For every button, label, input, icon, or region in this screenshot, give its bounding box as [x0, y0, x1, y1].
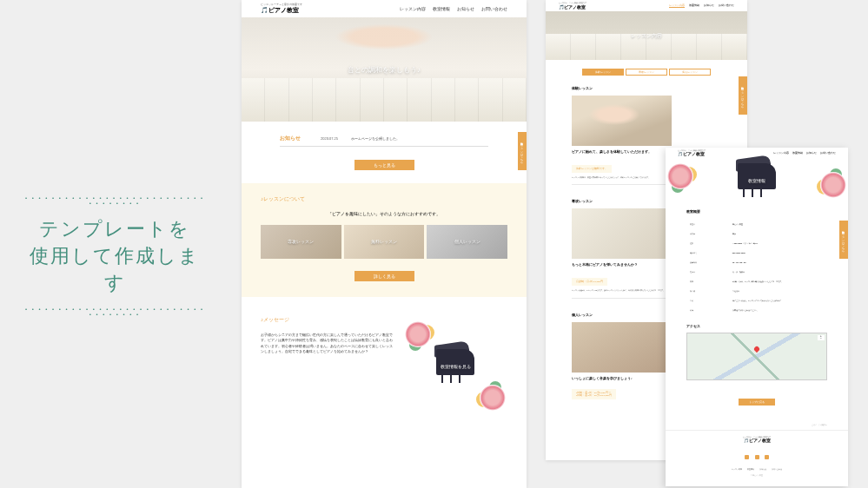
- access-map[interactable]: +−: [686, 333, 827, 380]
- apply-row: トップに戻る: [686, 391, 827, 406]
- page-top-link[interactable]: このページの先頭へ: [666, 424, 848, 431]
- nav-lesson[interactable]: レッスン内容: [669, 3, 685, 8]
- lesson-detail-button[interactable]: 詳しく見る: [354, 271, 414, 281]
- table-row: 代表者音 奈: [688, 230, 825, 238]
- social-icon[interactable]: [755, 455, 759, 459]
- caption-line2: 使用して作成します: [23, 243, 206, 297]
- back-to-top-button[interactable]: トップに戻る: [739, 399, 775, 406]
- logo-main: 🎵ピアノ教室: [261, 6, 302, 15]
- classroom-body: 教室概要 教室名音ピアノ教室代表者音 奈住所〒000-0000 ○○県○○市○○…: [666, 203, 848, 424]
- lesson-card-3[interactable]: 個人レッスン: [427, 225, 507, 259]
- lesson-cards: 専攻レッスン 無料レッスン 個人レッスン: [261, 225, 507, 259]
- nav-news[interactable]: お知らせ: [457, 7, 474, 11]
- hero-image: 教室情報: [666, 158, 848, 203]
- piano-keys-graphic: [242, 78, 527, 122]
- page-title: レッスン内容: [631, 32, 662, 40]
- lesson-card-1[interactable]: 専攻レッスン: [261, 225, 341, 259]
- tab-personal[interactable]: 個人レッスン: [669, 69, 711, 76]
- table-row: 教室名音ピアノ教室: [688, 221, 825, 228]
- section-title: 体験レッスン: [572, 86, 721, 90]
- tab-trial[interactable]: 体験レッスン: [582, 69, 624, 76]
- site-logo[interactable]: ピッコラルーチェと音楽の教室です 🎵ピアノ教室: [559, 2, 586, 10]
- news-row[interactable]: お知らせ 2023.07.25 ホームページを公開しました。: [280, 135, 488, 147]
- table-row: 持ち物筆記用具: [688, 287, 825, 295]
- major-image: [572, 208, 672, 259]
- table-row: 定休日火・水・祝祭日: [688, 268, 825, 276]
- footer-logo: ピッコラルーチェと音楽の教室です 🎵ピアノ教室: [666, 431, 848, 445]
- news-date: 2023.07.25: [321, 136, 338, 141]
- site-logo[interactable]: ピッコラルーチェと音楽の教室です 🎵ピアノ教室: [261, 3, 302, 15]
- nav-class[interactable]: 教室情報: [689, 3, 699, 8]
- major-fee: 月謝制：月4回/13,200円: [572, 278, 607, 286]
- lesson-section: ♪レッスンについて 「ピアノを趣味にしたい」そのような方におすすめです。 専攻レ…: [242, 183, 527, 297]
- nav-lesson[interactable]: レッスン内容: [773, 152, 789, 155]
- trial-fee: 体験レッスンは無料です。: [572, 165, 612, 173]
- copyright: © 音ピアノ教室: [666, 474, 848, 480]
- table-row: 内容1回制：月1回、レッスン料を毎月お支払いいただくコースです。: [688, 278, 825, 286]
- nav-news[interactable]: お知らせ: [704, 3, 714, 8]
- header: ピッコラルーチェと音楽の教室です 🎵ピアノ教室 レッスン内容 教室情報 お知らせ…: [242, 0, 527, 17]
- news-text: ホームページを公開しました。: [351, 136, 400, 141]
- site-logo[interactable]: ピッコラルーチェと音楽の教室です 🎵ピアノ教室: [678, 149, 706, 156]
- main-nav: レッスン内容 教室情報 お知らせ お問い合わせ: [669, 3, 734, 8]
- footer-nav-item[interactable]: レッスン内容: [732, 468, 742, 471]
- dot-border-top: • • • • • • • • • • • • • • • • • • • • …: [23, 195, 206, 206]
- social-icon[interactable]: [765, 455, 769, 459]
- nav-contact[interactable]: お問い合わせ: [481, 7, 507, 11]
- footer-nav-item[interactable]: お問い合わせ: [772, 468, 782, 471]
- preview-homepage: ピッコラルーチェと音楽の教室です 🎵ピアノ教室 レッスン内容 教室情報 お知らせ…: [242, 0, 527, 488]
- footer-nav-item[interactable]: お知らせ: [759, 468, 766, 471]
- logo-main: 🎵ピアノ教室: [666, 439, 848, 443]
- overview-table: 教室名音ピアノ教室代表者音 奈住所〒000-0000 ○○県○○市○○町0-0電…: [686, 219, 827, 316]
- side-cta-tab[interactable]: 無料体験レッスンはこちら: [739, 76, 747, 115]
- nav-lesson[interactable]: レッスン内容: [400, 7, 426, 11]
- lesson-title: ♪レッスンについて: [261, 195, 507, 203]
- news-label: お知らせ: [280, 135, 301, 142]
- table-row: 営業時間10：00〜20：00: [688, 259, 825, 267]
- social-icon[interactable]: [745, 455, 749, 459]
- nav-news[interactable]: お知らせ: [806, 152, 817, 155]
- message-image[interactable]: 教室情報を見る: [403, 316, 507, 416]
- header: ピッコラルーチェと音楽の教室です 🎵ピアノ教室 レッスン内容 教室情報 お知らせ…: [546, 0, 747, 11]
- nav-class[interactable]: 教室情報: [433, 7, 450, 11]
- personal-image: [572, 322, 672, 373]
- dot-border-bottom: • • • • • • • • • • • • • • • • • • • • …: [23, 307, 206, 317]
- map-zoom-controls[interactable]: +−: [818, 335, 825, 340]
- news-section: お知らせ 2023.07.25 ホームページを公開しました。 もっと見る: [242, 122, 527, 183]
- piano-hands-graphic: [327, 22, 441, 52]
- message-image-overlay: 教室情報を見る: [441, 364, 471, 369]
- note-icon: 🎵: [261, 7, 268, 13]
- overview-title: 教室概要: [686, 210, 827, 214]
- table-row: 住所〒000-0000 ○○県○○市○○町0-0: [688, 240, 825, 247]
- hero-image: 音との調和を楽しもう♪: [242, 17, 527, 122]
- template-caption: • • • • • • • • • • • • • • • • • • • • …: [23, 195, 206, 317]
- message-section: ♪メッセージ お子様からシニアの方まで幅広い世代の方に楽しんで通っていただけるピ…: [242, 297, 527, 435]
- nav-class[interactable]: 教室情報: [792, 152, 803, 155]
- lesson-tagline: 「ピアノを趣味にしたい」そのような方におすすめです。: [261, 212, 507, 216]
- access-title: アクセス: [686, 325, 827, 328]
- preview-classroom-page: ピッコラルーチェと音楽の教室です 🎵ピアノ教室 レッスン内容 教室情報 お知らせ…: [666, 148, 848, 486]
- message-text-col: ♪メッセージ お子様からシニアの方まで幅広い世代の方に楽しんで通っていただけるピ…: [261, 316, 394, 355]
- social-icons: [666, 445, 848, 465]
- table-row: 備考お気軽にお問い合わせください。: [688, 307, 825, 314]
- table-row: 電話番号000-0000-0000: [688, 249, 825, 257]
- footer-nav-item[interactable]: 教室情報: [747, 468, 754, 471]
- lesson-card-2[interactable]: 無料レッスン: [344, 225, 425, 259]
- nav-contact[interactable]: お問い合わせ: [820, 152, 836, 155]
- caption-line1: テンプレートを: [23, 216, 206, 243]
- nav-contact[interactable]: お問い合わせ: [719, 3, 734, 8]
- side-cta-tab[interactable]: 無料体験レッスンはこちら: [518, 132, 527, 170]
- hero-image: レッスン内容: [546, 11, 747, 60]
- news-more-button[interactable]: もっと見る: [354, 160, 414, 170]
- tab-major[interactable]: 専攻レッスン: [626, 69, 667, 76]
- personal-fee1: 1回制：週1回・30分/6,600円〜 1回制：週2回・30分×2/13,200…: [572, 389, 616, 399]
- message-body: お子様からシニアの方まで幅広い世代の方に楽しんで通っていただけるピアノ教室です。…: [261, 333, 394, 355]
- message-title: ♪メッセージ: [261, 316, 394, 324]
- hero-catchphrase: 音との調和を楽しもう♪: [348, 65, 421, 75]
- main-nav: レッスン内容 教室情報 お知らせ お問い合わせ: [773, 152, 836, 155]
- logo-main: 🎵ピアノ教室: [559, 4, 586, 10]
- logo-main: 🎵ピアノ教室: [678, 152, 706, 156]
- map-pin-icon: [753, 346, 760, 353]
- page-title: 教室情報: [748, 178, 765, 183]
- side-cta-tab[interactable]: 無料体験レッスンはこちら: [839, 221, 848, 259]
